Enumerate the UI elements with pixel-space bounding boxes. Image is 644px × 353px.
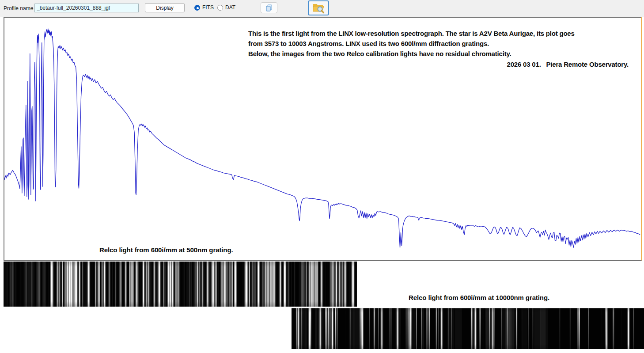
browse-files-button[interactable] <box>308 0 329 15</box>
fits-radio-circle[interactable] <box>194 5 200 11</box>
annotation-line-2: from 3573 to 10003 Angstroms. LINX used … <box>248 38 629 49</box>
relco-10000nm-strip-label: Relco light from 600i/mm at 10000nm grat… <box>409 294 549 301</box>
annotation-line-3: Below, the images from the two Relco cal… <box>248 49 629 59</box>
dat-radio[interactable]: DAT <box>217 4 235 11</box>
fits-radio-label: FITS <box>202 4 214 11</box>
relco-500nm-strip-label: Relco light from 600i/mm at 500nm gratin… <box>99 246 233 254</box>
profile-name-input[interactable] <box>34 4 139 12</box>
annotation-text-block: This is the first light from the LINX lo… <box>248 28 629 69</box>
copy-button[interactable] <box>261 2 277 13</box>
copy-pages-icon <box>265 4 273 12</box>
relco-10000nm-calibration-strip <box>292 308 644 349</box>
relco-500nm-calibration-strip <box>4 262 357 307</box>
fits-radio[interactable]: FITS <box>194 4 214 11</box>
dat-radio-label: DAT <box>225 4 235 11</box>
toolbar: Profile name : Display FITS DAT <box>0 0 644 17</box>
folder-search-icon <box>312 2 325 14</box>
spectrum-plot-area: This is the first light from the LINX lo… <box>4 17 642 261</box>
profile-name-label: Profile name : <box>4 5 36 11</box>
annotation-line-1: This is the first light from the LINX lo… <box>248 28 629 38</box>
annotation-line-4: 2026 03 01. Piera Remote Observatory. <box>248 59 629 69</box>
display-button[interactable]: Display <box>145 3 185 12</box>
dat-radio-circle[interactable] <box>217 5 223 11</box>
